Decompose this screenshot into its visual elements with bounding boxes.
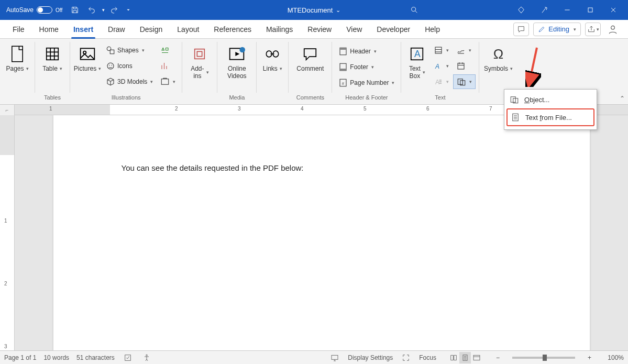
online-videos-button[interactable]: Online Videos	[221, 41, 253, 89]
qat-overflow-icon[interactable]	[124, 3, 133, 17]
svg-rect-1	[588, 8, 592, 12]
svg-rect-13	[195, 49, 205, 59]
chart-button[interactable]	[157, 59, 179, 73]
symbols-button[interactable]: Ω Symbols▾	[482, 41, 514, 89]
link-icon	[263, 45, 281, 63]
footer-icon	[338, 62, 348, 72]
status-display-settings[interactable]: Display Settings	[348, 354, 393, 361]
maximize-icon[interactable]	[579, 3, 602, 17]
autosave-toggle[interactable]: AutoSave Off	[3, 5, 65, 15]
svg-rect-27	[435, 47, 442, 53]
close-icon[interactable]	[602, 3, 625, 17]
links-group: Links▾	[257, 39, 288, 104]
status-chars[interactable]: 51 characters	[76, 354, 115, 361]
header-button[interactable]: Header▾	[335, 44, 398, 59]
editing-mode-button[interactable]: Editing▾	[533, 23, 581, 36]
minimize-icon[interactable]	[556, 3, 579, 17]
drop-cap-button[interactable]: A▾	[431, 74, 452, 89]
wordart-icon: A	[434, 61, 443, 71]
quick-parts-button[interactable]: ▾	[431, 43, 452, 58]
tab-view[interactable]: View	[339, 20, 369, 39]
search-icon[interactable]	[403, 3, 426, 17]
focus-icon[interactable]	[400, 352, 412, 363]
tab-design[interactable]: Design	[133, 20, 170, 39]
screenshot-icon	[160, 77, 170, 86]
tab-layout[interactable]: Layout	[170, 20, 206, 39]
zoom-out-icon[interactable]: −	[494, 354, 502, 361]
zoom-in-icon[interactable]: +	[586, 354, 593, 361]
smartart-icon	[160, 46, 170, 55]
pages-button[interactable]: Pages▾	[3, 41, 31, 89]
screenshot-button[interactable]: ▾	[157, 74, 179, 89]
tab-file[interactable]: File	[5, 20, 32, 39]
comments-group: Comment Comments	[289, 39, 332, 104]
menu-item-object[interactable]: Object...	[504, 92, 597, 107]
document-page[interactable]: You can see the details requested in the…	[53, 115, 590, 350]
document-body-text[interactable]: You can see the details requested in the…	[122, 163, 522, 172]
redo-icon[interactable]	[107, 3, 122, 17]
wordart-button[interactable]: A▾	[431, 59, 452, 73]
3d-models-button[interactable]: 3D Models▾	[103, 74, 156, 89]
tables-group: Table▾ Tables	[35, 39, 70, 104]
diamond-icon[interactable]	[510, 3, 533, 17]
page-number-button[interactable]: #Page Number▾	[335, 75, 398, 90]
smartart-button[interactable]	[157, 43, 179, 58]
comment-button[interactable]: Comment	[292, 41, 328, 89]
tab-draw[interactable]: Draw	[101, 20, 133, 39]
icons-button[interactable]: Icons	[103, 59, 156, 73]
annotation-arrow-icon	[525, 45, 541, 87]
tab-mailings[interactable]: Mailings	[259, 20, 300, 39]
status-focus[interactable]: Focus	[419, 354, 436, 361]
tab-developer[interactable]: Developer	[369, 20, 417, 39]
dropcap-icon: A	[434, 77, 443, 86]
svg-point-11	[112, 65, 113, 66]
svg-point-0	[412, 7, 416, 12]
spellcheck-icon[interactable]	[122, 352, 134, 363]
text-file-icon	[511, 113, 520, 122]
tab-insert[interactable]: Insert	[66, 20, 101, 39]
status-words[interactable]: 10 words	[43, 354, 69, 361]
date-time-button[interactable]	[453, 59, 476, 73]
datetime-icon	[456, 61, 466, 71]
shapes-icon	[106, 46, 115, 55]
zoom-slider[interactable]	[512, 357, 575, 359]
document-title[interactable]: MTEDocument ⌄	[288, 6, 341, 14]
collapse-ribbon-icon[interactable]: ⌃	[620, 95, 625, 102]
footer-button[interactable]: Footer▾	[335, 60, 398, 74]
pictures-button[interactable]: Pictures▾	[73, 41, 102, 89]
media-group: Online Videos Media	[217, 39, 256, 104]
vertical-ruler[interactable]: 1 2 3	[0, 115, 15, 350]
pages-group: Pages▾	[0, 39, 35, 104]
display-settings-icon[interactable]	[329, 352, 340, 363]
tab-home[interactable]: Home	[32, 20, 66, 39]
shapes-button[interactable]: Shapes▾	[103, 43, 156, 58]
print-layout-icon[interactable]	[459, 352, 471, 363]
tab-references[interactable]: References	[206, 20, 259, 39]
comments-pane-button[interactable]	[513, 23, 529, 36]
sparkle-icon[interactable]	[533, 3, 556, 17]
header-footer-group: Header▾ Footer▾ #Page Number▾ Header & F…	[332, 39, 401, 104]
signature-line-button[interactable]: ▾	[453, 43, 476, 58]
links-button[interactable]: Links▾	[260, 41, 285, 89]
account-icon[interactable]	[605, 23, 621, 36]
undo-icon[interactable]	[84, 3, 99, 17]
accessibility-icon[interactable]	[141, 352, 152, 363]
page-icon	[8, 45, 26, 63]
signature-icon	[456, 46, 466, 55]
svg-text:A: A	[435, 63, 439, 70]
status-page[interactable]: Page 1 of 1	[4, 354, 36, 361]
web-layout-icon[interactable]	[471, 352, 482, 363]
zoom-level[interactable]: 100%	[601, 354, 624, 361]
menu-item-text-from-file[interactable]: Text from File...	[506, 108, 594, 126]
tab-help[interactable]: Help	[417, 20, 447, 39]
object-button[interactable]: ▾	[453, 74, 476, 89]
share-button[interactable]: ▾	[585, 23, 601, 36]
header-icon	[338, 47, 348, 56]
comment-icon	[301, 45, 319, 63]
table-button[interactable]: Table▾	[38, 41, 67, 89]
tab-review[interactable]: Review	[300, 20, 339, 39]
read-mode-icon[interactable]	[448, 352, 459, 363]
save-icon[interactable]	[68, 3, 82, 17]
addins-button[interactable]: Add- ins▾	[185, 41, 214, 89]
text-box-button[interactable]: A Text Box▾	[404, 41, 429, 89]
